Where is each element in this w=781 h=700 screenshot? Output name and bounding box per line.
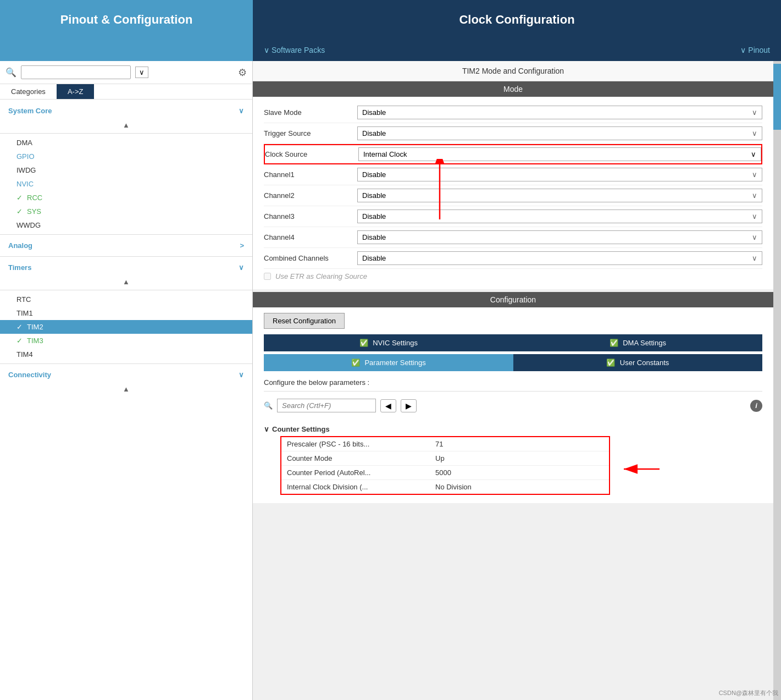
config-section-header: Configuration	[253, 292, 773, 307]
counter-row-mode: Counter Mode Up	[281, 451, 609, 466]
sidebar-item-tim1[interactable]: TIM1	[0, 306, 252, 320]
clock-config-header: Clock Configuration	[253, 0, 781, 39]
counter-box-container: Prescaler (PSC - 16 bits... 71 Counter M…	[264, 436, 762, 495]
channel3-label: Channel3	[264, 212, 357, 221]
slave-mode-arrow: ∨	[752, 108, 757, 117]
software-packs-link[interactable]: ∨ Software Packs	[264, 46, 325, 54]
sidebar: 🔍 ∨ ⚙ Categories A->Z System Core ∨ ▲ DM…	[0, 61, 253, 700]
section-header-system-core[interactable]: System Core ∨	[0, 102, 252, 119]
channel1-row: Channel1 Disable ∨	[264, 164, 762, 185]
chevron-down-icon-timers: ∨	[239, 263, 244, 272]
sidebar-tabs: Categories A->Z	[0, 84, 252, 100]
trigger-source-label: Trigger Source	[264, 129, 357, 137]
slave-mode-select[interactable]: Disable ∨	[357, 106, 762, 119]
etr-checkbox[interactable]	[264, 273, 271, 280]
combined-channels-label: Combined Channels	[264, 254, 357, 262]
slave-mode-row: Slave Mode Disable ∨	[264, 102, 762, 123]
red-annotation-arrow	[418, 159, 462, 225]
clock-source-row: Clock Source Internal Clock ∨	[264, 144, 762, 164]
config-tabs-row1: ✅ NVIC Settings ✅ DMA Settings	[264, 334, 762, 351]
config-tab-nvic[interactable]: ✅ NVIC Settings	[264, 334, 513, 351]
channel2-label: Channel2	[264, 191, 357, 200]
nav-prev-button[interactable]: ◀	[380, 399, 396, 412]
right-area: TIM2 Mode and Configuration Mode Slave M…	[253, 61, 781, 700]
trigger-source-select[interactable]: Disable ∨	[357, 126, 762, 140]
sidebar-item-tim2[interactable]: ✓ TIM2	[0, 320, 252, 334]
sidebar-item-sys[interactable]: ✓ SYS	[0, 205, 252, 218]
mode-content: Slave Mode Disable ∨ Trigger Source Disa…	[253, 97, 773, 289]
sidebar-item-rtc[interactable]: RTC	[0, 293, 252, 306]
search-dropdown-arrow[interactable]: ∨	[135, 67, 148, 78]
chevron-down-icon-connectivity: ∨	[239, 371, 244, 379]
sidebar-item-tim3[interactable]: ✓ TIM3	[0, 334, 252, 348]
sidebar-search-bar: 🔍 ∨ ⚙	[0, 61, 252, 84]
slave-mode-label: Slave Mode	[264, 108, 357, 117]
search-input[interactable]	[21, 65, 131, 79]
combined-channels-row: Combined Channels Disable ∨	[264, 248, 762, 269]
sidebar-item-nvic[interactable]: NVIC	[0, 177, 252, 191]
config-tabs-row2: ✅ Parameter Settings ✅ User Constants	[264, 354, 762, 371]
section-header-timers[interactable]: Timers ∨	[0, 259, 252, 276]
pinout-link[interactable]: ∨ Pinout	[740, 46, 770, 54]
sub-header-spacer	[0, 39, 253, 61]
panel-title: TIM2 Mode and Configuration	[253, 61, 773, 81]
config-tab-parameter[interactable]: ✅ Parameter Settings	[264, 354, 513, 371]
tab-categories[interactable]: Categories	[0, 84, 57, 99]
sidebar-item-rcc[interactable]: ✓ RCC	[0, 191, 252, 205]
trigger-source-arrow: ∨	[752, 129, 757, 137]
counter-row-clk-div: Internal Clock Division (... No Division	[281, 480, 609, 494]
clock-source-label: Clock Source	[265, 150, 358, 158]
counter-red-arrow	[616, 447, 671, 491]
chevron-down-icon: ∨	[239, 107, 244, 115]
channel1-label: Channel1	[264, 170, 357, 179]
etr-label: Use ETR as Clearing Source	[275, 272, 367, 280]
clock-source-arrow: ∨	[751, 150, 756, 158]
config-content: Reset Configuration ✅ NVIC Settings ✅ DM…	[253, 307, 773, 503]
info-button[interactable]: i	[750, 400, 762, 412]
gear-icon[interactable]: ⚙	[238, 67, 247, 79]
search-icon: 🔍	[5, 67, 16, 78]
params-search-bar: 🔍 ◀ ▶ i	[264, 396, 762, 415]
reset-config-button[interactable]: Reset Configuration	[264, 313, 345, 329]
params-label: Configure the below parameters :	[264, 374, 762, 392]
pinout-config-header: Pinout & Configuration	[0, 0, 253, 39]
etr-checkbox-row: Use ETR as Clearing Source	[264, 269, 762, 284]
vertical-scrollbar[interactable]	[773, 61, 781, 700]
config-tab-user-constants[interactable]: ✅ User Constants	[513, 354, 763, 371]
sidebar-content: System Core ∨ ▲ DMA GPIO IWDG NVIC ✓ RCC…	[0, 100, 252, 700]
sort-arrow-timers: ▲	[0, 276, 252, 288]
counter-box: Prescaler (PSC - 16 bits... 71 Counter M…	[280, 436, 610, 495]
channel4-select[interactable]: Disable ∨	[357, 230, 762, 244]
combined-channels-select[interactable]: Disable ∨	[357, 251, 762, 265]
section-header-connectivity[interactable]: Connectivity ∨	[0, 366, 252, 383]
right-content: TIM2 Mode and Configuration Mode Slave M…	[253, 61, 773, 700]
sort-arrow-system: ▲	[0, 119, 252, 131]
channel2-row: Channel2 Disable ∨	[264, 185, 762, 206]
tab-atoz[interactable]: A->Z	[57, 84, 95, 99]
scrollbar-thumb[interactable]	[773, 64, 781, 130]
sidebar-item-gpio[interactable]: GPIO	[0, 150, 252, 163]
section-header-analog[interactable]: Analog >	[0, 237, 252, 254]
channel4-label: Channel4	[264, 233, 357, 241]
sub-header-right: ∨ Software Packs ∨ Pinout	[253, 39, 781, 61]
channel4-row: Channel4 Disable ∨	[264, 227, 762, 248]
mode-section-header: Mode	[253, 81, 773, 97]
params-search-icon: 🔍	[264, 401, 273, 410]
trigger-source-row: Trigger Source Disable ∨	[264, 123, 762, 144]
counter-row-period: Counter Period (AutoRel... 5000	[281, 466, 609, 480]
sidebar-item-wwdg[interactable]: WWDG	[0, 218, 252, 232]
channel3-row: Channel3 Disable ∨	[264, 206, 762, 227]
chevron-right-icon: >	[240, 241, 244, 250]
counter-settings-section: ∨ Counter Settings Prescaler (PSC - 16 b…	[264, 420, 762, 498]
config-tab-dma[interactable]: ✅ DMA Settings	[513, 334, 763, 351]
sidebar-item-dma[interactable]: DMA	[0, 136, 252, 150]
params-search-input[interactable]	[277, 399, 376, 412]
watermark: CSDN@森林里有个我	[719, 689, 778, 697]
counter-row-prescaler: Prescaler (PSC - 16 bits... 71	[281, 437, 609, 451]
sidebar-item-iwdg[interactable]: IWDG	[0, 163, 252, 177]
sort-arrow-connectivity: ▲	[0, 383, 252, 395]
sidebar-item-tim4[interactable]: TIM4	[0, 348, 252, 361]
counter-settings-header: ∨ Counter Settings	[264, 422, 762, 436]
nav-next-button[interactable]: ▶	[401, 399, 417, 412]
